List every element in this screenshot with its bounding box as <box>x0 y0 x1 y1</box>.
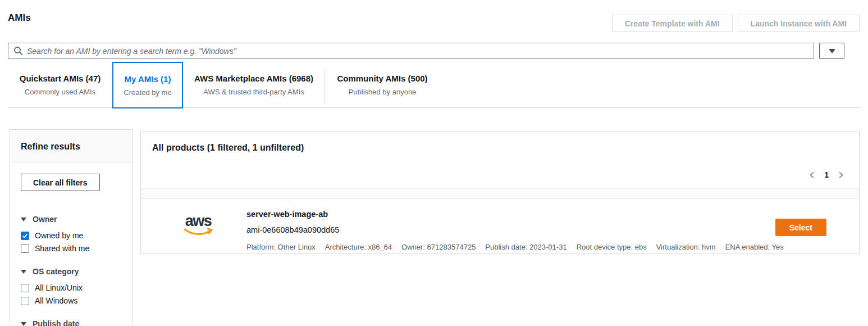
tab-subtitle: Published by anyone <box>349 88 417 96</box>
search-icon <box>13 46 23 56</box>
tab-subtitle: AWS & trusted third-party AMIs <box>203 88 304 96</box>
checkbox-all-windows[interactable]: All Windows <box>21 296 121 305</box>
results-title: All products (1 filtered, 1 unfiltered) <box>152 143 304 153</box>
option-label: All Windows <box>35 296 77 305</box>
checkbox-checked-icon[interactable] <box>21 232 29 240</box>
checkbox-unchecked-icon[interactable] <box>21 244 29 253</box>
meta-publish-date: Publish date: 2023-01-31 <box>485 243 567 251</box>
checkbox-unchecked-icon[interactable] <box>21 297 29 305</box>
refine-results-title: Refine results <box>21 142 80 151</box>
filter-section-label: Owner <box>33 215 57 224</box>
tab-title: Community AMIs (500) <box>337 74 427 83</box>
results-divider-band <box>141 188 859 198</box>
select-button[interactable]: Select <box>775 219 826 236</box>
checkbox-all-linux-unix[interactable]: All Linux/Unix <box>21 283 121 292</box>
ami-source-tabs: Quickstart AMIs (47) Commonly used AMIs … <box>8 62 860 108</box>
refine-results-panel: Refine results Clear all filters Owner O… <box>10 129 133 326</box>
check-icon <box>22 233 28 239</box>
search-bar <box>8 43 814 59</box>
previous-page-icon[interactable] <box>808 171 816 179</box>
ami-catalog-page: AMIs Create Template with AMI Launch Ins… <box>0 0 868 326</box>
checkbox-owned-by-me[interactable]: Owned by me <box>21 231 121 240</box>
tab-title: AWS Marketplace AMIs (6968) <box>194 74 313 83</box>
checkbox-unchecked-icon[interactable] <box>21 284 29 292</box>
filter-section-publish-date[interactable]: Publish date <box>21 319 121 326</box>
ami-result-row: aws server-web-image-ab ami-0e6608b49a09… <box>141 198 859 253</box>
owner-options: Owned by me Shared with me <box>21 231 121 253</box>
aws-logo: aws <box>182 214 214 236</box>
pagination: 1 <box>808 170 844 179</box>
next-page-icon[interactable] <box>837 171 844 179</box>
results-panel: All products (1 filtered, 1 unfiltered) … <box>140 132 860 254</box>
checkbox-shared-with-me[interactable]: Shared with me <box>21 244 121 253</box>
tab-subtitle: Created by me <box>124 88 171 97</box>
page-title: AMIs <box>8 12 31 24</box>
meta-root-device-type: Root device type: ebs <box>577 243 647 251</box>
option-label: All Linux/Unix <box>35 283 83 292</box>
triangle-down-icon <box>21 322 26 326</box>
ami-metadata: Platform: Other Linux Architecture: x86_… <box>246 243 784 251</box>
aws-logo-text: aws <box>185 214 212 228</box>
aws-smile-icon <box>182 228 214 236</box>
filter-section-os-category[interactable]: OS category <box>21 267 121 276</box>
tab-quickstart-amis[interactable]: Quickstart AMIs (47) Commonly used AMIs <box>8 62 112 107</box>
tab-subtitle: Commonly used AMIs <box>25 88 95 96</box>
chevron-down-icon <box>829 49 835 53</box>
refine-results-body: Clear all filters Owner Owned by me Shar… <box>10 163 132 326</box>
launch-instance-with-ami-button[interactable]: Launch Instance with AMI <box>738 15 860 32</box>
meta-platform: Platform: Other Linux <box>246 243 316 251</box>
option-label: Shared with me <box>35 244 89 253</box>
tab-aws-marketplace-amis[interactable]: AWS Marketplace AMIs (6968) AWS & truste… <box>183 62 325 107</box>
ami-id: ami-0e6608b49a090dd65 <box>246 225 339 234</box>
meta-virtualization: Virtualization: hvm <box>656 243 716 251</box>
tab-community-amis[interactable]: Community AMIs (500) Published by anyone <box>325 62 440 107</box>
create-template-with-ami-button[interactable]: Create Template with AMI <box>612 15 733 32</box>
tab-my-amis[interactable]: My AMIs (1) Created by me <box>112 62 183 108</box>
os-category-options: All Linux/Unix All Windows <box>21 283 121 305</box>
triangle-down-icon <box>21 218 26 221</box>
search-filter-dropdown-button[interactable] <box>819 43 844 59</box>
clear-all-filters-button[interactable]: Clear all filters <box>21 174 100 191</box>
filter-section-label: Publish date <box>33 319 79 326</box>
header-actions: Create Template with AMI Launch Instance… <box>612 15 860 32</box>
refine-results-header: Refine results <box>10 130 132 163</box>
search-input[interactable] <box>8 43 814 59</box>
tab-title: My AMIs (1) <box>125 74 171 84</box>
meta-ena-enabled: ENA enabled: Yes <box>725 243 784 251</box>
option-label: Owned by me <box>35 231 83 240</box>
meta-architecture: Architecture: x86_64 <box>325 243 392 251</box>
results-header: All products (1 filtered, 1 unfiltered) … <box>141 132 859 188</box>
ami-name: server-web-image-ab <box>246 210 328 219</box>
meta-owner: Owner: 671283574725 <box>401 243 476 251</box>
filter-section-owner[interactable]: Owner <box>21 215 121 224</box>
tab-title: Quickstart AMIs (47) <box>20 74 101 83</box>
triangle-down-icon <box>21 270 26 274</box>
page-number[interactable]: 1 <box>824 170 829 179</box>
filter-section-label: OS category <box>33 267 79 276</box>
